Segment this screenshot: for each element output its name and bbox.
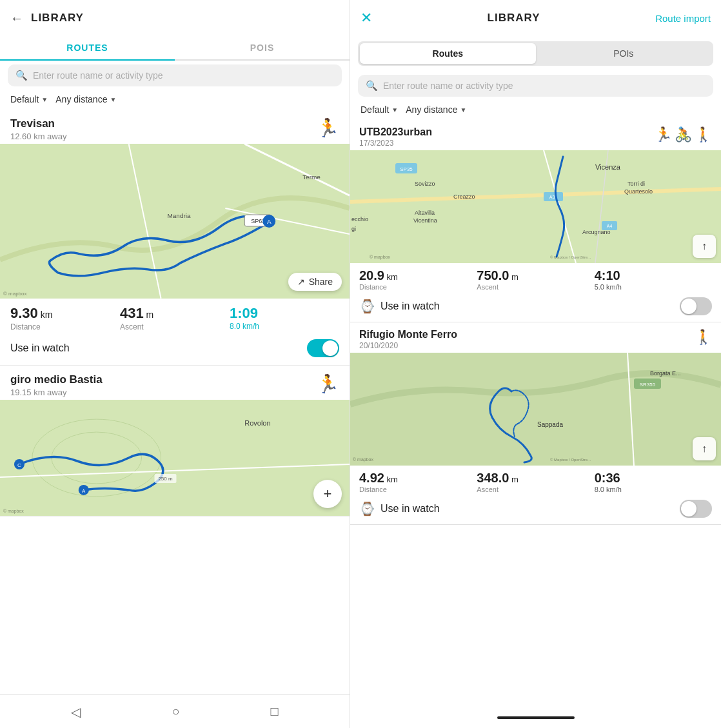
route-card-utb: UTB2023urban 17/3/2023 🏃 🚴 🚶 — [350, 120, 721, 322]
svg-text:Altavilla: Altavilla — [415, 210, 435, 216]
map-trevisan[interactable]: SP63 A Mandria Terme © mapbox ↗ Share — [0, 144, 350, 299]
stat-speed-trevisan: 8.0 km/h — [230, 322, 339, 331]
back-button[interactable]: ← — [10, 11, 23, 26]
filter-default-arrow: ▼ — [41, 96, 48, 103]
svg-text:C: C — [17, 462, 21, 468]
watch-icon-rifugio: ⌚ — [359, 501, 375, 516]
use-in-watch-toggle-utb[interactable] — [680, 297, 712, 315]
filter-default-label-left: Default — [10, 94, 39, 104]
right-header: ✕ LIBRARY Route import — [350, 0, 721, 36]
stat-distance-utb: 20.9 km Distance — [359, 268, 477, 291]
right-card-header-rifugio: Rifugio Monte Ferro 20/10/2020 🚶 — [350, 322, 721, 353]
watch-icon-utb: ⌚ — [359, 299, 375, 314]
stat-ascent-rifugio: 348.0 m Ascent — [477, 471, 594, 493]
right-title: LIBRARY — [488, 12, 540, 25]
stat-ascent-label-utb: Ascent — [477, 283, 594, 291]
tab-routes-left[interactable]: ROUTES — [0, 36, 175, 59]
toggle-knob-utb — [681, 299, 696, 314]
svg-text:Sappada: Sappada — [537, 421, 563, 428]
route-info-utb: UTB2023urban 17/3/2023 — [359, 126, 432, 148]
svg-text:A: A — [267, 218, 272, 225]
map-rifugio[interactable]: SR355 Sappada Borgata E... © mapbox © Ma… — [350, 353, 721, 466]
hiking-icon-rifugio: 🚶 — [695, 329, 712, 346]
svg-text:SR355: SR355 — [640, 382, 656, 388]
stat-distance-value-utb: 20.9 km — [359, 268, 477, 283]
use-in-watch-label-rifugio: Use in watch — [380, 503, 440, 515]
route-stats-trevisan: 9.30 km Distance 431 m Ascent 1:09 8.0 k… — [0, 299, 350, 334]
share-button-trevisan[interactable]: ↗ Share — [288, 273, 342, 291]
use-in-watch-rifugio: ⌚ Use in watch — [350, 496, 721, 524]
nav-recent-icon[interactable]: □ — [270, 704, 278, 719]
right-stats-rifugio: 4.92 km Distance 348.0 m Ascent 0:36 8.0… — [350, 466, 721, 496]
route-info-bastia: giro medio Bastia 19.15 km away — [10, 373, 103, 397]
tab-routes-right[interactable]: Routes — [360, 43, 536, 64]
stat-speed-rifugio: 8.0 km/h — [595, 486, 712, 493]
route-import-button[interactable]: Route import — [655, 13, 711, 24]
use-in-watch-toggle-rifugio[interactable] — [680, 500, 712, 518]
stat-ascent-label-rifugio: Ascent — [477, 486, 594, 493]
route-name-utb: UTB2023urban — [359, 126, 432, 138]
stat-ascent-utb: 750.0 m Ascent — [477, 268, 594, 291]
stat-time-value-rifugio: 0:36 — [595, 471, 712, 486]
svg-text:SP35: SP35 — [400, 166, 413, 172]
stat-distance-value-trevisan: 9.30 km — [10, 305, 120, 322]
route-date-utb: 17/3/2023 — [359, 139, 432, 148]
filter-default-left[interactable]: Default ▼ — [10, 94, 48, 104]
running-icon-bastia: 🏃 — [317, 373, 339, 395]
svg-text:© Mapbox / OpenStre...: © Mapbox / OpenStre... — [550, 458, 591, 462]
cycling-icon-utb: 🚴 — [675, 126, 692, 143]
tab-pois-right[interactable]: POIs — [536, 43, 712, 64]
bottom-nav-left: ◁ ○ □ — [0, 694, 350, 728]
activity-icons-rifugio: 🚶 — [695, 329, 712, 346]
map-utb[interactable]: SP35 A31 A4 Vicenza Sovizzo Creazzo Alta… — [350, 150, 721, 263]
svg-text:A: A — [82, 488, 86, 494]
stat-time-rifugio: 0:36 8.0 km/h — [595, 471, 712, 493]
close-button[interactable]: ✕ — [360, 10, 372, 26]
left-header: ← LIBRARY — [0, 0, 350, 36]
stat-distance-trevisan: 9.30 km Distance — [10, 305, 120, 331]
svg-text:Torri di: Torri di — [627, 181, 645, 187]
tab-pois-left[interactable]: POIS — [175, 36, 350, 59]
left-title: LIBRARY — [31, 12, 84, 25]
search-bar-right[interactable]: 🔍 Enter route name or activity type — [358, 75, 713, 97]
nav-back-icon[interactable]: ◁ — [71, 704, 81, 720]
right-stats-utb: 20.9 km Distance 750.0 m Ascent 4:10 5.0… — [350, 263, 721, 293]
filter-row-right: Default ▼ Any distance ▼ — [350, 99, 721, 120]
svg-text:Vicenza: Vicenza — [595, 163, 621, 171]
stat-distance-label-utb: Distance — [359, 283, 477, 291]
stat-time-value-utb: 4:10 — [595, 268, 712, 283]
route-info-trevisan: Trevisan 12.60 km away — [10, 117, 66, 141]
stat-ascent-value-utb: 750.0 m — [477, 268, 594, 283]
filter-distance-label-right: Any distance — [406, 104, 457, 115]
add-button-bastia[interactable]: + — [313, 480, 342, 508]
svg-text:© mapbox: © mapbox — [3, 509, 24, 514]
stat-ascent-trevisan: 431 m Ascent — [120, 305, 230, 331]
running-icon-trevisan: 🏃 — [317, 117, 339, 139]
svg-text:Borgata E...: Borgata E... — [650, 370, 681, 377]
filter-default-label-right: Default — [360, 104, 389, 115]
use-in-watch-trevisan: Use in watch — [0, 334, 350, 365]
filter-default-right[interactable]: Default ▼ — [360, 104, 398, 115]
share-button-utb[interactable]: ↑ — [693, 235, 716, 258]
map-bastia[interactable]: C A Rovolon 250 m © mapbox + — [0, 400, 350, 516]
svg-text:Vicentina: Vicentina — [413, 217, 437, 224]
route-name-bastia: giro medio Bastia — [10, 373, 103, 386]
activity-icons-utb: 🏃 🚴 🚶 — [655, 126, 712, 143]
stat-ascent-label-trevisan: Ascent — [120, 322, 230, 331]
stat-speed-utb: 5.0 km/h — [595, 283, 712, 291]
use-in-watch-toggle-trevisan[interactable] — [307, 339, 339, 357]
svg-text:© mapbox: © mapbox — [353, 457, 374, 462]
filter-distance-right[interactable]: Any distance ▼ — [406, 104, 466, 115]
filter-default-arrow-right: ▼ — [391, 106, 398, 113]
toggle-knob-trevisan — [322, 340, 338, 356]
filter-distance-arrow: ▼ — [110, 96, 116, 103]
route-card-header-bastia: giro medio Bastia 19.15 km away 🏃 — [0, 366, 350, 400]
nav-home-icon[interactable]: ○ — [172, 704, 179, 719]
filter-distance-left[interactable]: Any distance ▼ — [55, 94, 116, 104]
search-bar-left[interactable]: 🔍 Enter route name or activity type — [8, 64, 342, 86]
stat-distance-rifugio: 4.92 km Distance — [359, 471, 477, 493]
svg-text:Rovolon: Rovolon — [244, 419, 270, 427]
share-button-rifugio[interactable]: ↑ — [693, 437, 716, 460]
route-name-trevisan: Trevisan — [10, 117, 66, 130]
routes-list-left: Trevisan 12.60 km away 🏃 — [0, 110, 350, 694]
